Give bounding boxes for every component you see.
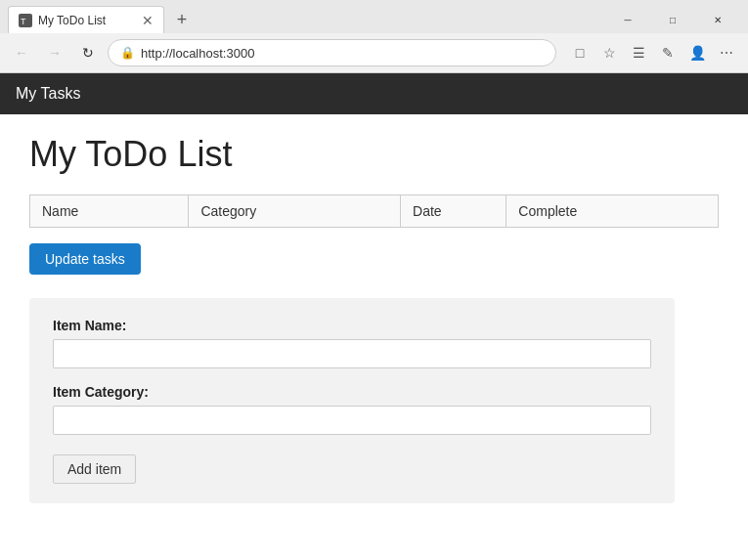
item-category-label: Item Category: — [53, 384, 651, 400]
maximize-button[interactable]: □ — [650, 6, 695, 33]
item-category-input[interactable] — [53, 406, 651, 435]
col-date: Date — [401, 195, 506, 228]
tab-favicon: T — [19, 14, 32, 27]
item-name-label: Item Name: — [53, 318, 651, 333]
toolbar-icons: □ ☆ ☰ ✎ 👤 ⋯ — [566, 39, 740, 66]
update-tasks-button[interactable]: Update tasks — [29, 243, 141, 275]
active-tab[interactable]: T My ToDo List ✕ — [8, 6, 164, 33]
item-name-group: Item Name: — [53, 318, 651, 368]
task-table: Name Category Date Complete — [29, 194, 719, 228]
page-header-title: My Tasks — [16, 85, 80, 103]
back-button[interactable]: ← — [8, 39, 35, 66]
col-category: Category — [189, 195, 401, 228]
tab-close-button[interactable]: ✕ — [142, 13, 154, 28]
window-controls: ─ □ ✕ — [605, 6, 748, 33]
col-complete: Complete — [506, 195, 719, 228]
edit-icon[interactable]: ✎ — [654, 39, 682, 66]
refresh-button[interactable]: ↻ — [74, 39, 102, 66]
address-bar[interactable]: 🔒 http://localhost:3000 — [108, 39, 556, 66]
add-item-button[interactable]: Add item — [53, 454, 136, 484]
item-name-input[interactable] — [53, 339, 651, 368]
forward-button[interactable]: → — [41, 39, 68, 66]
address-text: http://localhost:3000 — [141, 46, 254, 61]
browser-chrome: T My ToDo List ✕ + ─ □ ✕ ← → ↻ 🔒 http://… — [0, 0, 748, 73]
lock-icon: 🔒 — [120, 46, 135, 60]
menu-icon[interactable]: ☰ — [625, 39, 652, 66]
svg-text:T: T — [21, 17, 26, 26]
address-bar-row: ← → ↻ 🔒 http://localhost:3000 □ ☆ ☰ ✎ 👤 … — [0, 33, 748, 72]
minimize-button[interactable]: ─ — [605, 6, 650, 33]
page-header: My Tasks — [0, 73, 748, 114]
page-title: My ToDo List — [29, 134, 719, 175]
add-item-form: Item Name: Item Category: Add item — [29, 298, 675, 503]
more-icon[interactable]: ⋯ — [713, 39, 740, 66]
item-category-group: Item Category: — [53, 384, 651, 435]
main-content: My ToDo List Name Category Date Complete… — [0, 114, 748, 523]
reader-view-icon[interactable]: □ — [566, 39, 594, 66]
table-header-row: Name Category Date Complete — [30, 195, 719, 228]
profile-icon[interactable]: 👤 — [683, 39, 711, 66]
close-button[interactable]: ✕ — [695, 6, 740, 33]
favorites-icon[interactable]: ☆ — [595, 39, 623, 66]
tab-bar: T My ToDo List ✕ + ─ □ ✕ — [0, 0, 748, 33]
new-tab-button[interactable]: + — [168, 6, 196, 33]
col-name: Name — [30, 195, 189, 228]
tab-title: My ToDo List — [38, 14, 134, 27]
